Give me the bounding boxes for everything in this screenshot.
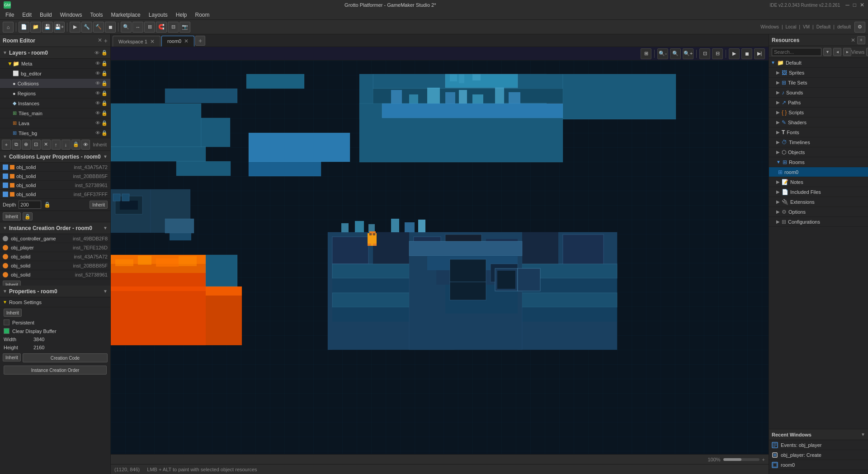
collision-item-2[interactable]: obj_solid inst_52738961 <box>0 181 110 190</box>
collision-cb-1[interactable] <box>3 174 8 179</box>
toolbar-grid[interactable]: ⊞ <box>144 22 155 33</box>
menu-room[interactable]: Room <box>192 11 213 19</box>
res-notes-folder[interactable]: ▶ 📝 Notes <box>769 177 868 187</box>
instance-creation-order-btn[interactable]: Instance Creation Order <box>4 366 107 375</box>
layer-up-btn[interactable]: ↑ <box>52 140 61 150</box>
creation-code-btn[interactable]: Creation Code <box>23 353 108 362</box>
layer-regions[interactable]: ● Regions 👁 🔒 <box>0 89 110 99</box>
toolbar-stop[interactable]: ⏹ <box>105 22 116 33</box>
res-options-folder[interactable]: ▶ ⚙ Options <box>769 207 868 217</box>
layer-merge-btn[interactable]: ⊕ <box>22 140 31 150</box>
menu-edit[interactable]: Edit <box>19 11 35 19</box>
res-default-folder[interactable]: ▼ 📁 Default <box>769 58 868 68</box>
res-room0-item[interactable]: ⊞ room0 <box>769 167 868 177</box>
ide-local-link[interactable]: Local <box>786 24 797 29</box>
collisions-eye[interactable]: 👁 <box>95 80 100 86</box>
tiles-main-lock[interactable]: 🔒 <box>101 110 108 116</box>
menu-marketplace[interactable]: Marketplace <box>107 11 144 19</box>
layer-lock-btn[interactable]: 🔒 <box>71 140 80 150</box>
regions-lock[interactable]: 🔒 <box>101 90 108 96</box>
depth-inherit-btn[interactable]: Inherit <box>90 201 108 209</box>
toolbar-new[interactable]: 📄 <box>19 22 29 33</box>
meta-lock[interactable]: 🔒 <box>101 61 108 66</box>
ide-default2-link[interactable]: default <box>837 24 851 29</box>
canvas-zoom-out-btn[interactable]: 🔍- <box>657 48 668 59</box>
tiles-bg-lock[interactable]: 🔒 <box>101 130 108 136</box>
toolbar-debug[interactable]: 🔧 <box>81 22 92 33</box>
room-editor-add[interactable]: + <box>104 37 108 44</box>
room-tab[interactable]: room0 ✕ <box>161 36 194 47</box>
tiles-bg-eye[interactable]: 👁 <box>95 130 100 136</box>
res-extensions-folder[interactable]: ▶ 🔌 Extensions <box>769 197 868 207</box>
res-configurations-folder[interactable]: ▶ ⊞ Configurations <box>769 217 868 227</box>
views-label[interactable]: Views <box>851 49 864 55</box>
res-tilesets-folder[interactable]: ▶ ⊞ Tile Sets <box>769 78 868 88</box>
workspace-tab[interactable]: Workspace 1 ✕ <box>113 36 160 47</box>
canvas-stop-btn[interactable]: ⏹ <box>741 48 752 59</box>
lava-eye[interactable]: 👁 <box>95 120 100 126</box>
properties-collapse[interactable]: ▼ <box>103 289 108 294</box>
res-fonts-folder[interactable]: ▶ T Fonts <box>769 127 868 137</box>
res-timelines-folder[interactable]: ▶ ⏱ Timelines <box>769 137 868 147</box>
clear-display-checkbox[interactable] <box>4 328 9 334</box>
res-sprites-folder[interactable]: ▶ 🖼 Sprites <box>769 68 868 78</box>
toolbar-save-all[interactable]: 💾+ <box>54 22 65 33</box>
layer-duplicate-btn[interactable]: ⧉ <box>12 140 21 150</box>
canvas-actual-btn[interactable]: ⊟ <box>712 48 723 59</box>
instance-order-inherit-btn[interactable]: Inherit <box>3 281 21 286</box>
collision-cb-0[interactable] <box>3 164 8 170</box>
toolbar-search[interactable]: 🔍 <box>121 22 132 33</box>
recent-item-0[interactable]: Events: obj_player <box>769 440 868 450</box>
layer-group-btn[interactable]: ⊡ <box>32 140 41 150</box>
collisions-lock[interactable]: 🔒 <box>101 80 108 86</box>
layer-tiles-bg[interactable]: ⊞ Tiles_bg 👁 🔒 <box>0 128 110 138</box>
collision-item-3[interactable]: obj_solid inst_6FF37FFF <box>0 190 110 199</box>
workspace-tab-close[interactable]: ✕ <box>150 38 155 45</box>
maximize-btn[interactable]: □ <box>853 2 856 8</box>
recent-item-2[interactable]: room0 <box>769 460 868 470</box>
add-tab-btn[interactable]: + <box>195 36 205 46</box>
close-btn[interactable]: ✕ <box>860 2 864 8</box>
collision-item-0[interactable]: obj_solid inst_43A75A72 <box>0 163 110 172</box>
collision-cb-2[interactable] <box>3 183 8 188</box>
toolbar-clean[interactable]: 🔨 <box>93 22 104 33</box>
resources-search[interactable] <box>772 48 821 56</box>
canvas-zoom-in-btn[interactable]: 🔍+ <box>683 48 693 59</box>
canvas-settings-btn[interactable]: ▶| <box>754 48 765 59</box>
canvas-grid-btn[interactable]: ⊞ <box>641 48 651 59</box>
instance-item-2[interactable]: obj_solid inst_43A75A72 <box>0 252 110 261</box>
res-paths-folder[interactable]: ▶ ↗ Paths <box>769 98 868 108</box>
layer-meta[interactable]: ▼📁 Meta 👁 🔒 <box>0 59 110 69</box>
depth-input[interactable] <box>19 201 41 209</box>
collision-item-1[interactable]: obj_solid inst_20BBB85F <box>0 172 110 181</box>
instance-item-3[interactable]: obj_solid inst_20BBB85F <box>0 261 110 270</box>
regions-eye[interactable]: 👁 <box>95 90 100 96</box>
layer-delete-btn[interactable]: ✕ <box>42 140 51 150</box>
search-nav-back[interactable]: ◂ <box>833 48 841 56</box>
toolbar-save[interactable]: 💾 <box>42 22 53 33</box>
inherit-btn-1[interactable]: Inherit <box>3 212 21 221</box>
meta-eye[interactable]: 👁 <box>95 61 100 66</box>
instance-item-1[interactable]: obj_player inst_7EFE126D <box>0 243 110 252</box>
toolbar-build[interactable]: ▶ <box>70 22 80 33</box>
properties-header[interactable]: ▼ Properties - room0 ▼ <box>0 286 110 297</box>
layer-collisions[interactable]: ● Collisions 👁 🔒 <box>0 79 110 89</box>
depth-lock-icon[interactable]: 🔒 <box>44 202 51 208</box>
instance-item-0[interactable]: obj_controller_game inst_49BDB2F8 <box>0 234 110 243</box>
menu-tools[interactable]: Tools <box>86 11 106 19</box>
layer-instances[interactable]: ◆ Instances 👁 🔒 <box>0 99 110 108</box>
recent-item-1[interactable]: obj_player: Create <box>769 450 868 460</box>
instance-order-header[interactable]: ▼ Instance Creation Order - room0 ▼ <box>0 222 110 234</box>
ide-windows-link[interactable]: Windows <box>760 24 779 29</box>
res-shaders-folder[interactable]: ▶ ✎ Shaders <box>769 117 868 127</box>
layer-add-btn[interactable]: + <box>2 140 11 150</box>
layers-section-header[interactable]: ▼ Layers - room0 👁 🔒 <box>0 47 110 59</box>
toolbar-capture[interactable]: 📷 <box>179 22 190 33</box>
bg-eye[interactable]: 👁 <box>95 70 100 76</box>
persistent-checkbox[interactable] <box>4 319 9 325</box>
layers-eye-icon[interactable]: 👁 <box>94 50 99 56</box>
views-options-btn[interactable]: ≡ <box>866 48 868 56</box>
res-scripts-folder[interactable]: ▶ { } Scripts <box>769 108 868 117</box>
toolbar-snap[interactable]: 🧲 <box>156 22 167 33</box>
toolbar-open[interactable]: 📁 <box>30 22 41 33</box>
